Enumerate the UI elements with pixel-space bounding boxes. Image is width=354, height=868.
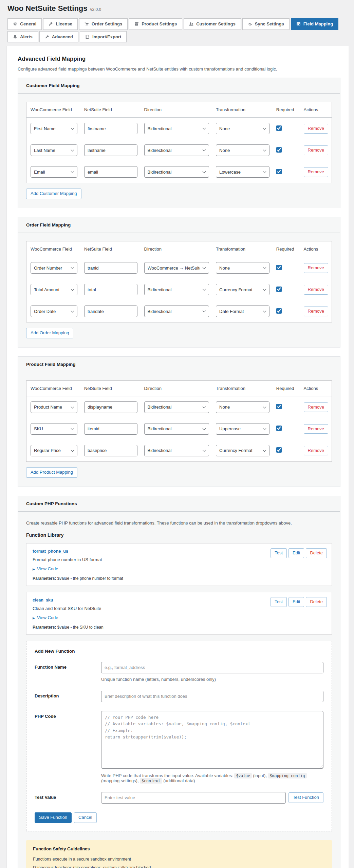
woocommerce-field-select[interactable]: Email	[31, 166, 77, 178]
tab-label: Order Settings	[92, 21, 122, 27]
transformation-select[interactable]: None	[216, 262, 269, 274]
woocommerce-field-select[interactable]: SKU	[31, 423, 77, 435]
transformation-select[interactable]: None	[216, 123, 269, 134]
required-checkbox[interactable]	[276, 169, 282, 174]
netsuite-field-input[interactable]	[84, 166, 137, 178]
tab-customer-settings[interactable]: Customer Settings	[184, 18, 241, 30]
woocommerce-field-select[interactable]: Regular Price	[31, 445, 77, 456]
test-function-button[interactable]: Test	[271, 597, 287, 607]
transformation-select[interactable]: None	[216, 144, 269, 156]
direction-select[interactable]: Bidirectional	[144, 166, 209, 178]
delete-function-button[interactable]: Delete	[306, 597, 327, 607]
tab-product-settings[interactable]: Product Settings	[129, 18, 182, 30]
test-function-button[interactable]: Test	[271, 548, 287, 558]
direction-select[interactable]: Bidirectional	[144, 423, 209, 435]
direction-select[interactable]: Bidirectional	[144, 305, 209, 317]
remove-button[interactable]: Remove	[304, 446, 328, 456]
add-mapping-button[interactable]: Add Order Mapping	[26, 328, 73, 338]
netsuite-field-input[interactable]	[84, 284, 137, 295]
transformation-select[interactable]: None	[216, 401, 269, 413]
required-checkbox[interactable]	[276, 426, 282, 431]
remove-button[interactable]: Remove	[304, 145, 328, 155]
tab-general[interactable]: General	[7, 18, 42, 30]
transformation-select[interactable]: Date Format	[216, 305, 269, 317]
tab-import-export[interactable]: Import/Export	[80, 31, 127, 43]
remove-button[interactable]: Remove	[304, 167, 328, 177]
tab-field-mapping[interactable]: Field Mapping	[291, 18, 338, 30]
tab-advanced[interactable]: Advanced	[39, 31, 78, 43]
tab-label: Sync Settings	[255, 21, 284, 27]
bell-icon	[13, 35, 17, 39]
required-checkbox[interactable]	[276, 404, 282, 409]
netsuite-field-input[interactable]	[84, 262, 137, 274]
required-checkbox[interactable]	[276, 308, 282, 314]
woocommerce-field-select[interactable]: Product Name	[31, 401, 77, 413]
transformation-select[interactable]: Lowercase	[216, 166, 269, 178]
function-name-help: Unique function name (letters, numbers, …	[101, 677, 323, 682]
code-help-prefix: Write PHP code that transforms the input…	[101, 773, 233, 778]
function-parameters: Parameters: $value - the SKU to clean	[33, 625, 325, 630]
php-code-textarea[interactable]	[101, 711, 323, 769]
parameters-value: $value - the phone number to format	[57, 576, 123, 581]
direction-select[interactable]: Bidirectional	[144, 445, 209, 456]
cancel-button[interactable]: Cancel	[74, 812, 96, 823]
direction-select[interactable]: Bidirectional	[144, 401, 209, 413]
add-mapping-button[interactable]: Add Customer Mapping	[26, 189, 81, 199]
tab-license[interactable]: License	[43, 18, 77, 30]
column-header: WooCommerce Field	[26, 380, 81, 396]
required-checkbox[interactable]	[276, 287, 282, 292]
function-card: format_phone_us Format phone number in U…	[26, 543, 332, 586]
woocommerce-field-select[interactable]: Last Name	[31, 144, 77, 156]
product-mapping-table: WooCommerce Field NetSuite Field Directi…	[26, 380, 332, 462]
add-mapping-button[interactable]: Add Product Mapping	[26, 467, 77, 478]
gear-icon	[13, 22, 17, 26]
direction-select[interactable]: Bidirectional	[144, 284, 209, 295]
view-code-toggle[interactable]: View Code	[33, 615, 58, 620]
required-checkbox[interactable]	[276, 265, 282, 270]
netsuite-field-input[interactable]	[84, 123, 137, 134]
function-name-input[interactable]	[101, 662, 323, 673]
php-code-label: PHP Code	[35, 711, 101, 783]
test-value-input[interactable]	[101, 792, 286, 804]
remove-button[interactable]: Remove	[304, 402, 328, 412]
column-header: Transformation	[212, 241, 273, 257]
woocommerce-field-select[interactable]: First Name	[31, 123, 77, 134]
required-checkbox[interactable]	[276, 447, 282, 453]
edit-function-button[interactable]: Edit	[288, 548, 304, 558]
section-description: Create reusable PHP functions for advanc…	[26, 520, 332, 526]
netsuite-field-input[interactable]	[84, 305, 137, 317]
transformation-select[interactable]: Currency Format	[216, 445, 269, 456]
woocommerce-field-select[interactable]: Total Amount	[31, 284, 77, 295]
tab-sync-settings[interactable]: Sync Settings	[242, 18, 290, 30]
function-name-label: Function Name	[35, 662, 101, 682]
column-header: Actions	[300, 380, 332, 396]
column-header: Required	[273, 380, 300, 396]
woocommerce-field-select[interactable]: Order Number	[31, 262, 77, 274]
test-function-run-button[interactable]: Test Function	[288, 792, 323, 803]
transformation-select[interactable]: Currency Format	[216, 284, 269, 295]
edit-function-button[interactable]: Edit	[288, 597, 304, 607]
direction-select[interactable]: Bidirectional	[144, 123, 209, 134]
netsuite-field-input[interactable]	[84, 401, 137, 413]
remove-button[interactable]: Remove	[304, 124, 328, 134]
remove-button[interactable]: Remove	[304, 424, 328, 434]
required-checkbox[interactable]	[276, 147, 282, 153]
function-description-input[interactable]	[101, 691, 323, 702]
save-function-button[interactable]: Save Function	[35, 812, 72, 823]
direction-select[interactable]: WooCommerce → NetSuite	[144, 262, 209, 274]
remove-button[interactable]: Remove	[304, 307, 328, 316]
remove-button[interactable]: Remove	[304, 285, 328, 295]
transformation-select[interactable]: Uppercase	[216, 423, 269, 435]
tab-order-settings[interactable]: Order Settings	[79, 18, 128, 30]
woocommerce-field-select[interactable]: Order Date	[31, 305, 77, 317]
netsuite-field-input[interactable]	[84, 144, 137, 156]
required-checkbox[interactable]	[276, 125, 282, 131]
remove-button[interactable]: Remove	[304, 263, 328, 273]
netsuite-field-input[interactable]	[84, 445, 137, 456]
table-row: SKU Bidirectional Uppercase Remove	[26, 418, 332, 440]
view-code-toggle[interactable]: View Code	[33, 566, 58, 571]
netsuite-field-input[interactable]	[84, 423, 137, 435]
direction-select[interactable]: Bidirectional	[144, 144, 209, 156]
tab-alerts[interactable]: Alerts	[7, 31, 38, 43]
delete-function-button[interactable]: Delete	[306, 548, 327, 558]
